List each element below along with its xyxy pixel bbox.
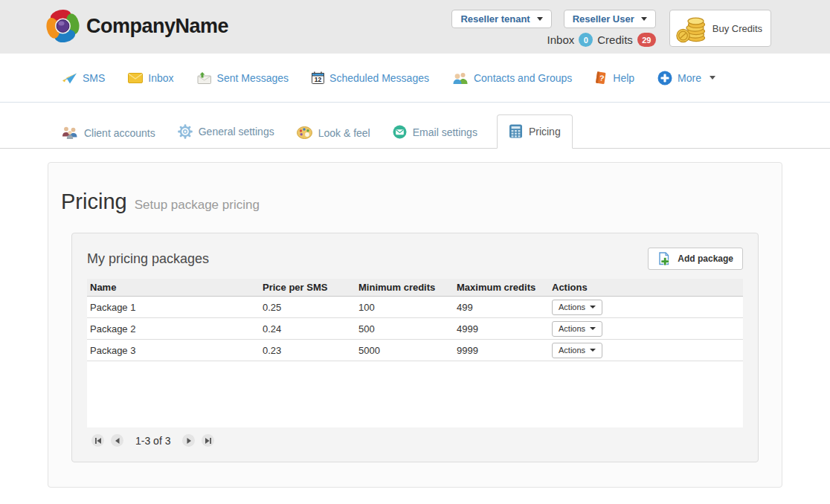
previous-page-button[interactable] [111, 434, 123, 447]
client-accounts-icon [62, 126, 78, 139]
nav-item-help[interactable]: ? Help [595, 71, 634, 85]
chevron-down-icon [641, 17, 647, 21]
help-book-icon: ? [595, 71, 608, 85]
calendar-icon: 12 [312, 71, 324, 84]
nav-item-inbox[interactable]: Inbox [128, 72, 173, 84]
nav-item-sent-messages[interactable]: Sent Messages [197, 72, 289, 84]
first-page-button[interactable] [91, 434, 104, 447]
cell-min-credits: 5000 [356, 340, 454, 361]
contacts-icon [452, 72, 469, 84]
main-navigation: SMS Inbox Sent Messages 1 [0, 54, 830, 103]
cell-max-credits: 499 [454, 297, 549, 318]
cell-min-credits: 100 [356, 297, 454, 318]
last-page-icon [205, 437, 212, 445]
col-header-price-per-sms: Price per SMS [260, 279, 356, 297]
cell-min-credits: 500 [356, 318, 454, 340]
col-header-actions: Actions [549, 279, 743, 297]
buy-credits-button[interactable]: Buy Credits [669, 10, 771, 47]
company-logo-icon [46, 8, 80, 44]
cell-price: 0.23 [260, 340, 356, 361]
page-heading: PricingSetup package pricing [61, 190, 782, 214]
chevron-down-icon [710, 76, 715, 80]
col-header-name: Name [87, 279, 260, 297]
credits-count-badge: 29 [637, 33, 656, 47]
first-page-icon [94, 437, 102, 445]
content-container: PricingSetup package pricing My pricing … [48, 162, 782, 488]
page-subtitle: Setup package pricing [135, 198, 260, 212]
col-header-maximum-credits: Maximum credits [454, 279, 549, 297]
reseller-user-dropdown[interactable]: Reseller User [564, 10, 656, 28]
panel-title: My pricing packages [87, 251, 209, 267]
app-header: CompanyName Reseller tenant Reseller Use… [0, 0, 830, 54]
nav-item-contacts-and-groups[interactable]: Contacts and Groups [452, 72, 572, 84]
nav-item-sms[interactable]: SMS [62, 72, 105, 84]
tab-look-and-feel[interactable]: Look & feel [297, 117, 370, 148]
pricing-packages-panel: My pricing packages Add package [71, 233, 759, 462]
settings-tab-bar: Client accounts General settings [0, 103, 830, 149]
cell-name: Package 1 [87, 297, 260, 318]
chevron-down-icon [590, 349, 596, 352]
nav-item-scheduled-messages[interactable]: 12 Scheduled Messages [312, 71, 429, 84]
add-document-icon [657, 252, 672, 266]
table-header-row: Name Price per SMS Minimum credits Maxim… [87, 279, 743, 297]
brand-name: CompanyName [86, 15, 228, 38]
row-actions-dropdown[interactable]: Actions [552, 343, 602, 358]
add-package-button[interactable]: Add package [648, 248, 743, 270]
chevron-down-icon [590, 306, 596, 308]
previous-page-icon [114, 437, 121, 445]
last-page-button[interactable] [202, 434, 214, 447]
pricing-table: Name Price per SMS Minimum credits Maxim… [87, 279, 743, 427]
paper-plane-icon [62, 72, 77, 84]
row-actions-dropdown[interactable]: Actions [552, 321, 602, 337]
cell-name: Package 2 [87, 318, 260, 340]
next-page-icon [185, 437, 193, 445]
tab-general-settings[interactable]: General settings [178, 115, 274, 148]
inbox-count-badge: 0 [579, 33, 593, 47]
col-header-minimum-credits: Minimum credits [356, 279, 454, 297]
coins-icon [675, 13, 709, 44]
envelope-icon [128, 73, 143, 83]
credits-label[interactable]: Credits [597, 33, 633, 46]
table-row: Package 2 0.24 500 4999 Actions [87, 318, 743, 340]
tab-email-settings[interactable]: Email settings [393, 116, 477, 148]
sent-message-icon [197, 72, 212, 84]
reseller-tenant-dropdown[interactable]: Reseller tenant [451, 10, 551, 28]
chevron-down-icon [537, 17, 543, 21]
header-controls: Reseller tenant Reseller User Inbox 0 Cr… [451, 10, 771, 47]
chevron-down-icon [590, 327, 596, 330]
row-actions-dropdown[interactable]: Actions [552, 300, 602, 315]
tab-pricing[interactable]: Pricing [497, 114, 573, 149]
nav-item-more[interactable]: More [657, 71, 715, 85]
brand-logo[interactable]: CompanyName [46, 8, 228, 44]
email-icon [393, 125, 407, 139]
next-page-button[interactable] [182, 434, 195, 447]
gear-icon [178, 124, 193, 139]
pagination-range: 1-3 of 3 [135, 435, 170, 447]
pagination: 1-3 of 3 [87, 434, 743, 447]
page-title: Pricing [61, 190, 127, 213]
cell-name: Package 3 [87, 340, 260, 361]
cell-max-credits: 4999 [454, 318, 549, 340]
cell-price: 0.25 [260, 297, 356, 318]
tab-client-accounts[interactable]: Client accounts [62, 117, 155, 148]
table-row: Package 3 0.23 5000 9999 Actions [87, 340, 743, 361]
palette-icon [297, 126, 312, 139]
table-row: Package 1 0.25 100 499 Actions [87, 297, 743, 318]
cell-max-credits: 9999 [454, 340, 549, 361]
cell-price: 0.24 [260, 318, 356, 340]
svg-text:12: 12 [315, 76, 322, 83]
calculator-icon [509, 124, 523, 138]
inbox-label[interactable]: Inbox [547, 33, 575, 46]
plus-circle-icon [657, 71, 672, 85]
